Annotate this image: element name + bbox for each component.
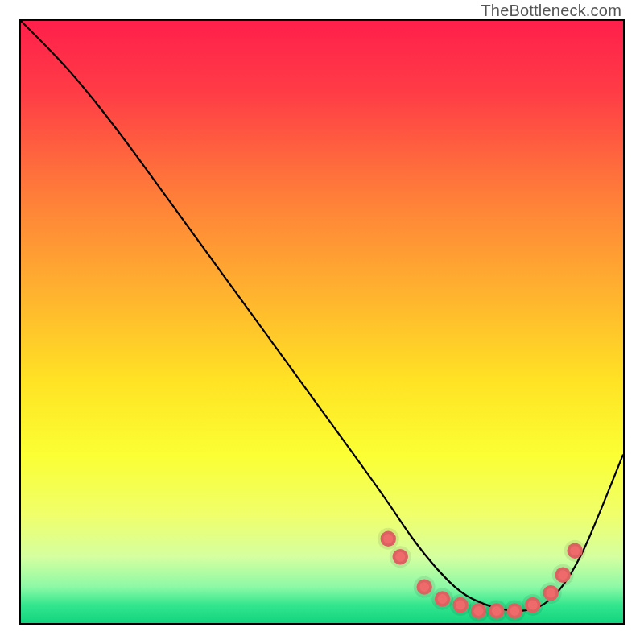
highlight-dot [452,597,468,613]
highlight-dot [381,531,396,547]
highlight-dot [555,567,570,582]
highlight-dot [507,603,522,618]
chart-canvas [21,21,623,623]
highlight-dot [489,603,504,618]
attribution-text: TheBottleneck.com [481,2,621,20]
chart-background [21,21,623,623]
chart-frame [19,19,625,625]
highlight-dot [471,603,486,618]
highlight-dot [567,543,582,559]
highlight-dot [393,549,408,564]
highlight-dot [435,591,450,606]
highlight-dot [416,579,431,594]
highlight-dot [543,585,559,601]
highlight-dot [525,597,540,613]
